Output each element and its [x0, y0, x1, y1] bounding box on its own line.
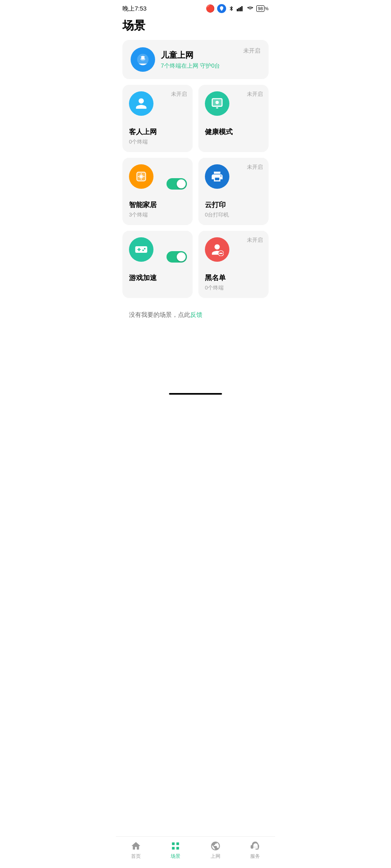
status-time: 晚上7:53 — [122, 5, 147, 13]
game-accel-card[interactable]: 游戏加速 — [122, 231, 193, 298]
svg-point-7 — [144, 57, 146, 59]
grid-row-2: 智能家居 3个终端 未开启 云打印 0台打印机 — [122, 158, 269, 225]
children-internet-card[interactable]: 儿童上网 7个终端在上网 守护0台 未开启 — [122, 40, 269, 79]
game-accel-toggle[interactable] — [167, 251, 187, 263]
home-icon — [131, 841, 141, 851]
nav-scenes-label: 场景 — [171, 853, 180, 860]
battery-icon: 98% — [256, 5, 269, 12]
status-icons: 🔴 98% — [206, 4, 269, 13]
svg-point-6 — [140, 57, 142, 59]
mi-app-icon: 🔴 — [206, 4, 215, 13]
blacklist-card[interactable]: 未开启 黑名单 0个终端 — [198, 231, 269, 298]
smart-home-card[interactable]: 智能家居 3个终端 — [122, 158, 193, 225]
game-accel-toggle-switch[interactable] — [167, 251, 187, 263]
internet-icon — [210, 841, 221, 851]
health-status: 未开启 — [247, 91, 263, 98]
nav-internet-label: 上网 — [211, 853, 220, 860]
cloud-print-card[interactable]: 未开启 云打印 0台打印机 — [198, 158, 269, 225]
nav-service[interactable]: 服务 — [235, 841, 275, 860]
guest-status: 未开启 — [171, 91, 187, 98]
children-icon — [131, 47, 155, 72]
blacklist-sub: 0个终端 — [205, 284, 262, 292]
bluetooth-icon — [229, 5, 234, 12]
guest-title: 客人上网 — [129, 127, 186, 137]
nav-internet[interactable]: 上网 — [196, 841, 235, 860]
feedback-link[interactable]: 反馈 — [190, 311, 202, 318]
feedback-section: 没有我要的场景，点此反馈 — [122, 304, 269, 326]
smart-home-sub: 3个终端 — [129, 211, 186, 219]
signal-icon — [237, 6, 244, 11]
nav-scenes[interactable]: 场景 — [156, 841, 196, 860]
smart-home-title: 智能家居 — [129, 200, 186, 210]
cloud-print-status: 未开启 — [247, 163, 263, 171]
scenes-icon — [170, 841, 181, 851]
service-icon — [250, 841, 260, 851]
children-subtitle: 7个终端在上网 守护0台 — [161, 62, 260, 70]
svg-rect-3 — [241, 6, 242, 11]
cloud-print-sub: 0台打印机 — [205, 211, 262, 219]
blacklist-title: 黑名单 — [205, 273, 262, 283]
blacklist-status: 未开启 — [247, 236, 263, 244]
game-accel-title: 游戏加速 — [129, 273, 186, 283]
guest-sub: 0个终端 — [129, 138, 186, 146]
svg-point-10 — [215, 101, 219, 104]
smart-home-toggle-switch[interactable] — [167, 178, 187, 190]
health-title: 健康模式 — [205, 127, 262, 137]
feedback-pre-text: 没有我要的场景，点此 — [129, 311, 190, 318]
grid-row-3: 游戏加速 未开启 黑名单 0个终端 — [122, 231, 269, 298]
smart-home-toggle[interactable] — [167, 178, 187, 190]
content-area: 儿童上网 7个终端在上网 守护0台 未开启 未开启 客人上网 0个终端 未开启 — [116, 40, 275, 359]
svg-point-15 — [140, 175, 143, 178]
nav-home-label: 首页 — [131, 853, 141, 860]
page-title: 场景 — [116, 15, 275, 40]
nav-service-label: 服务 — [250, 853, 260, 860]
children-status: 未开启 — [243, 47, 260, 55]
nav-home[interactable]: 首页 — [116, 841, 156, 860]
wifi-icon — [247, 6, 254, 11]
svg-rect-0 — [237, 9, 238, 11]
svg-rect-2 — [240, 7, 241, 11]
svg-rect-1 — [238, 8, 240, 11]
status-bar: 晚上7:53 🔴 98% — [116, 0, 275, 15]
svg-rect-11 — [216, 107, 218, 108]
cloud-print-title: 云打印 — [205, 200, 262, 210]
app-icon2 — [217, 4, 226, 13]
home-indicator — [169, 393, 222, 395]
health-mode-card[interactable]: 未开启 健康模式 — [198, 85, 269, 152]
bottom-nav: 首页 场景 上网 服务 — [116, 836, 275, 868]
guest-internet-card[interactable]: 未开启 客人上网 0个终端 — [122, 85, 193, 152]
grid-row-1: 未开启 客人上网 0个终端 未开启 — [122, 85, 269, 152]
